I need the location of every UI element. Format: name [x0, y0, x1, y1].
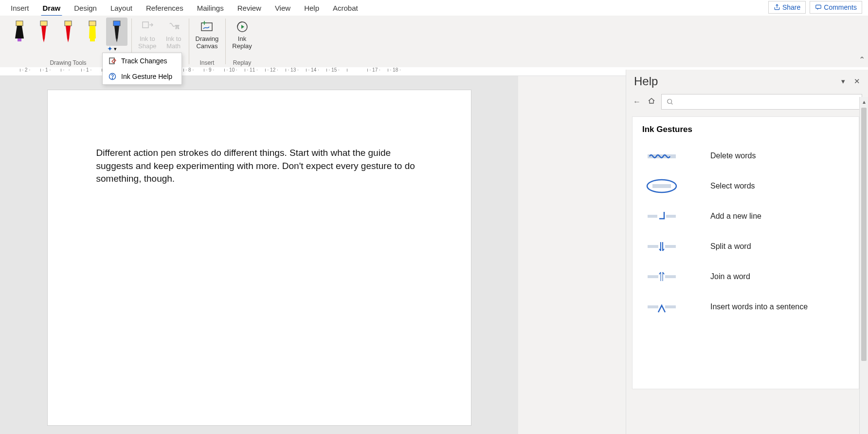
tab-acrobat[interactable]: Acrobat: [326, 2, 365, 14]
scroll-up-icon[interactable]: ▴: [860, 97, 868, 107]
pen-yellow-highlighter-2[interactable]: [82, 18, 103, 46]
svg-rect-10: [89, 21, 96, 26]
svg-rect-4: [40, 21, 47, 26]
tab-layout[interactable]: Layout: [104, 2, 139, 14]
svg-marker-15: [116, 38, 118, 42]
pen-yellow-highlighter[interactable]: [9, 18, 30, 46]
svg-rect-35: [665, 305, 676, 308]
group-label-insert: Insert: [199, 59, 214, 66]
svg-marker-6: [43, 38, 45, 42]
gesture-select-words[interactable]: Select words: [642, 177, 849, 195]
svg-point-24: [668, 99, 672, 104]
tab-references[interactable]: References: [139, 2, 190, 14]
drawing-canvas-button[interactable]: Drawing Canvas: [193, 18, 222, 59]
ribbon-tabs: Insert Draw Design Layout References Mai…: [0, 0, 868, 16]
sparkle-icon: ✦: [107, 45, 113, 53]
ink-replay-button[interactable]: Ink Replay: [229, 18, 254, 59]
svg-rect-34: [648, 305, 658, 308]
svg-marker-20: [241, 25, 244, 29]
svg-rect-33: [665, 275, 676, 278]
help-circle-icon: [108, 73, 116, 80]
svg-rect-30: [648, 245, 658, 248]
svg-rect-12: [90, 38, 95, 41]
gesture-split-word[interactable]: Split a word: [642, 238, 849, 255]
svg-rect-3: [18, 38, 21, 41]
menu-ink-gesture-help[interactable]: Ink Gesture Help: [103, 69, 181, 84]
svg-marker-5: [41, 26, 46, 38]
svg-rect-18: [201, 23, 212, 31]
tab-view[interactable]: View: [268, 2, 297, 14]
svg-rect-16: [143, 22, 148, 28]
svg-rect-7: [65, 21, 72, 26]
svg-rect-31: [665, 245, 676, 248]
svg-rect-1: [16, 21, 23, 26]
tab-help[interactable]: Help: [297, 2, 326, 14]
svg-point-23: [112, 78, 112, 78]
scroll-thumb[interactable]: [861, 108, 867, 361]
svg-rect-29: [666, 215, 676, 218]
svg-marker-8: [66, 26, 71, 38]
pen-red-2[interactable]: [57, 18, 79, 46]
svg-marker-14: [114, 26, 119, 38]
svg-rect-28: [648, 215, 657, 218]
help-card-title: Ink Gestures: [642, 125, 849, 134]
pen-red-1[interactable]: [33, 18, 54, 46]
gesture-delete-words[interactable]: Delete words: [642, 147, 849, 165]
comments-button[interactable]: Comments: [810, 1, 862, 14]
gesture-join-word[interactable]: Join a word: [642, 268, 849, 285]
svg-rect-13: [113, 21, 120, 26]
svg-rect-27: [652, 184, 671, 188]
svg-marker-2: [15, 26, 24, 38]
svg-marker-11: [89, 26, 96, 38]
tab-design[interactable]: Design: [67, 2, 104, 14]
pane-options-icon[interactable]: ▾: [841, 77, 845, 86]
share-label: Share: [782, 3, 800, 11]
tab-review[interactable]: Review: [231, 2, 268, 14]
help-pane: Help ▾ ✕ ← Ink Gestures Delete words Sel…: [626, 70, 868, 434]
share-icon: [774, 4, 780, 11]
pen-action[interactable]: ✦ ▾: [106, 18, 127, 46]
comment-icon: [815, 4, 822, 11]
tab-draw[interactable]: Draw: [36, 2, 68, 14]
group-label-replay: Replay: [233, 59, 251, 66]
svg-marker-9: [67, 38, 69, 42]
gesture-add-new-line[interactable]: Add a new line: [642, 208, 849, 225]
group-label-drawing-tools: Drawing Tools: [50, 59, 86, 66]
search-icon: [667, 98, 673, 105]
tab-insert[interactable]: Insert: [4, 2, 36, 14]
svg-text:π: π: [175, 23, 179, 30]
chevron-down-icon[interactable]: ▾: [114, 46, 117, 52]
track-changes-icon: [108, 57, 116, 65]
pane-close-icon[interactable]: ✕: [854, 77, 860, 86]
tab-mailings[interactable]: Mailings: [190, 2, 231, 14]
collapse-ribbon-icon[interactable]: ⌃: [859, 55, 865, 64]
help-home-icon[interactable]: [647, 97, 656, 107]
pen-dropdown-menu: Track Changes Ink Gesture Help: [102, 53, 182, 85]
document-text[interactable]: Different action pen strokes do differen…: [96, 147, 422, 186]
help-search-input[interactable]: [661, 94, 862, 110]
help-scrollbar[interactable]: ▴: [859, 97, 868, 434]
comments-label: Comments: [824, 3, 857, 11]
svg-rect-0: [816, 5, 821, 8]
help-card: Ink Gestures Delete words Select words A…: [632, 116, 859, 389]
document-area: Different action pen strokes do differen…: [0, 76, 518, 434]
help-title: Help: [634, 75, 658, 88]
menu-track-changes[interactable]: Track Changes: [103, 53, 181, 69]
gesture-insert-words[interactable]: Insert words into a sentence: [642, 298, 849, 316]
svg-rect-32: [648, 275, 658, 278]
help-back-icon[interactable]: ←: [632, 97, 642, 106]
page[interactable]: Different action pen strokes do differen…: [47, 90, 471, 426]
share-button[interactable]: Share: [768, 1, 806, 14]
